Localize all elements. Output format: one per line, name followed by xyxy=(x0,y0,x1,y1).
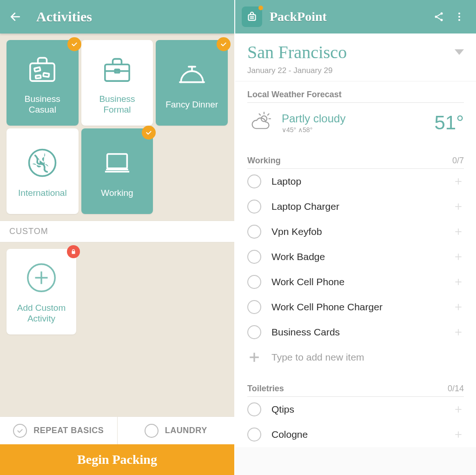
list-item[interactable]: Business Cards xyxy=(247,320,464,345)
increment-icon[interactable] xyxy=(453,404,464,415)
trip-city-row: San Francisco xyxy=(247,42,464,62)
check-badge-icon xyxy=(67,37,81,51)
svg-rect-2 xyxy=(34,67,40,72)
list-item[interactable]: Vpn Keyfob xyxy=(247,219,464,244)
activity-tile-business-casual[interactable]: Business Casual xyxy=(7,40,79,126)
laptop-icon xyxy=(99,144,136,181)
svg-point-23 xyxy=(458,13,460,14)
list-item[interactable]: Work Cell Phone xyxy=(247,269,464,294)
increment-icon[interactable] xyxy=(453,429,464,440)
checkbox-icon xyxy=(13,424,27,438)
overflow-menu-icon[interactable] xyxy=(449,7,469,27)
weather-section: Local Weather Forecast Partly cloudy ∨45… xyxy=(235,81,476,147)
trip-city: San Francisco xyxy=(247,42,347,62)
svg-line-22 xyxy=(437,17,441,20)
activity-tile-working[interactable]: Working xyxy=(81,128,153,214)
item-label: Work Badge xyxy=(271,251,443,262)
weather-temperature: 51° xyxy=(434,112,464,134)
increment-icon[interactable] xyxy=(453,276,464,288)
check-badge-icon xyxy=(217,37,231,51)
weather-condition: Partly cloudy xyxy=(282,112,427,125)
packpoint-appbar: PackPoint xyxy=(235,0,476,33)
section-title-label: Local Weather Forecast xyxy=(247,90,342,100)
category-title: Toiletries xyxy=(247,384,284,394)
svg-line-21 xyxy=(437,14,441,16)
checkbox-icon[interactable] xyxy=(247,250,261,264)
activity-label: International xyxy=(18,188,67,199)
option-label: LAUNDRY xyxy=(165,426,207,435)
increment-icon[interactable] xyxy=(453,201,464,212)
back-arrow-icon[interactable] xyxy=(9,11,21,23)
add-item-row[interactable]: Type to add new item xyxy=(247,345,464,375)
svg-rect-1 xyxy=(30,63,54,81)
checkbox-icon[interactable] xyxy=(247,300,261,314)
custom-section-header: CUSTOM xyxy=(0,221,234,242)
item-label: Laptop Charger xyxy=(271,201,443,212)
svg-point-25 xyxy=(458,19,460,21)
begin-packing-button[interactable]: Begin Packing xyxy=(0,444,234,475)
laundry-option[interactable]: LAUNDRY xyxy=(117,417,235,444)
svg-line-29 xyxy=(268,114,269,115)
weather-section-title: Local Weather Forecast xyxy=(247,90,464,103)
lock-icon xyxy=(67,245,80,258)
list-item[interactable]: Qtips xyxy=(247,397,464,422)
increment-icon[interactable] xyxy=(453,226,464,237)
checkbox-icon[interactable] xyxy=(247,174,261,188)
svg-rect-15 xyxy=(248,15,255,20)
activity-tile-fancy-dinner[interactable]: Fancy Dinner xyxy=(156,40,228,126)
checkbox-icon[interactable] xyxy=(247,325,261,339)
add-item-icon xyxy=(247,350,261,364)
item-label: Work Cell Phone xyxy=(271,276,443,288)
activity-tile-international[interactable]: International xyxy=(7,128,79,214)
partly-cloudy-icon xyxy=(247,109,274,136)
activity-label: Fancy Dinner xyxy=(165,100,218,110)
item-label: Laptop xyxy=(271,176,443,187)
list-item[interactable]: Laptop Charger xyxy=(247,194,464,219)
checkbox-icon[interactable] xyxy=(247,275,261,289)
packpoint-app-icon xyxy=(242,7,262,27)
activity-label: Business Casual xyxy=(11,94,74,115)
checkbox-icon[interactable] xyxy=(247,402,261,416)
svg-rect-4 xyxy=(36,75,41,79)
activity-label: Working xyxy=(101,188,133,199)
category-count: 0/14 xyxy=(448,384,464,394)
plus-circle-icon xyxy=(23,259,60,296)
checkbox-icon[interactable] xyxy=(247,225,261,239)
increment-icon[interactable] xyxy=(453,327,464,338)
item-label: Business Cards xyxy=(271,327,443,338)
list-item[interactable]: Laptop xyxy=(247,169,464,194)
category-working: Working 0/7 Laptop Laptop Charger Vpn Ke… xyxy=(235,147,476,375)
trip-header[interactable]: San Francisco January 22 - January 29 xyxy=(235,33,476,81)
activities-grid: Business Casual Business Formal Fancy Di… xyxy=(0,33,234,221)
activity-tile-business-formal[interactable]: Business Formal xyxy=(81,40,153,126)
svg-point-24 xyxy=(458,16,460,18)
activity-label: Business Formal xyxy=(86,94,149,115)
list-item[interactable]: Work Badge xyxy=(247,244,464,269)
bottom-options-bar: REPEAT BASICS LAUNDRY xyxy=(0,416,234,444)
checkbox-icon[interactable] xyxy=(247,200,261,214)
suitcase-travel-icon xyxy=(24,50,61,87)
trip-dates: January 22 - January 29 xyxy=(247,66,464,75)
activities-appbar: Activities xyxy=(0,0,234,33)
svg-rect-3 xyxy=(43,73,49,77)
cloche-icon xyxy=(173,56,211,93)
list-item[interactable]: Work Cell Phone Charger xyxy=(247,294,464,320)
list-item[interactable]: Cologne xyxy=(247,422,464,447)
checkbox-icon[interactable] xyxy=(247,428,261,442)
custom-tile-label: Add Custom Activity xyxy=(11,303,72,324)
increment-icon[interactable] xyxy=(453,176,464,187)
repeat-basics-option[interactable]: REPEAT BASICS xyxy=(0,417,117,444)
checkbox-icon xyxy=(145,424,159,438)
add-custom-activity-tile[interactable]: Add Custom Activity xyxy=(7,249,76,335)
category-count: 0/7 xyxy=(452,156,464,166)
increment-icon[interactable] xyxy=(453,251,464,262)
chevron-down-icon[interactable] xyxy=(455,49,464,55)
weather-row: Partly cloudy ∨45° ∧58° 51° xyxy=(247,103,464,147)
activities-title: Activities xyxy=(36,9,92,25)
custom-section: Add Custom Activity xyxy=(0,242,234,341)
globe-icon xyxy=(24,144,61,181)
svg-rect-11 xyxy=(107,154,127,168)
increment-icon[interactable] xyxy=(453,301,464,313)
share-icon[interactable] xyxy=(429,7,449,27)
appbar-title: PackPoint xyxy=(270,9,429,24)
